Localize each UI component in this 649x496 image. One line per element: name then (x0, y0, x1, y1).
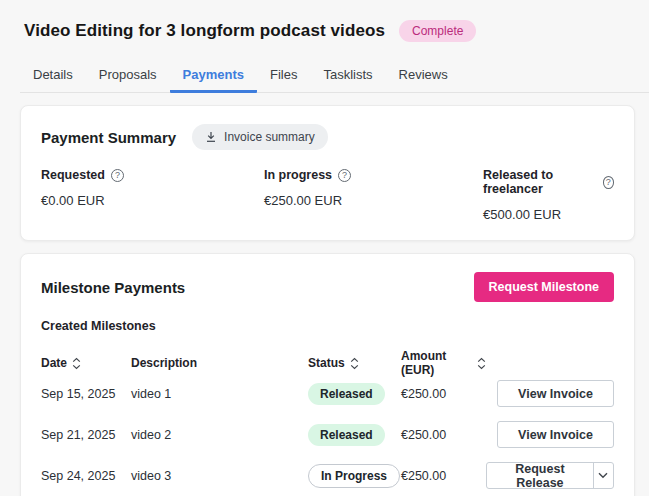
table-row: Sep 24, 2025 video 3 In Progress €250.00… (41, 455, 614, 496)
milestone-description: video 3 (131, 469, 308, 483)
request-release-split-button: Request Release (486, 462, 614, 489)
milestone-date: Sep 15, 2025 (41, 387, 131, 401)
table-row: Sep 15, 2025 video 1 Released €250.00 Vi… (41, 373, 614, 414)
created-milestones-label: Created Milestones (41, 319, 614, 333)
milestone-date: Sep 24, 2025 (41, 469, 131, 483)
payment-summary-title: Payment Summary (41, 129, 176, 146)
tab-payments[interactable]: Payments (170, 58, 257, 93)
tab-tasklists[interactable]: Tasklists (310, 58, 385, 93)
released-value: €500.00 EUR (483, 207, 614, 222)
tab-bar: Details Proposals Payments Files Tasklis… (20, 58, 649, 93)
status-badge-released: Released (308, 383, 385, 405)
milestone-description: video 1 (131, 387, 308, 401)
stat-requested: Requested ? €0.00 EUR (41, 168, 264, 222)
sort-icon[interactable] (72, 357, 81, 370)
invoice-summary-label: Invoice summary (224, 130, 315, 144)
payment-summary-card: Payment Summary Invoice summary Requeste… (20, 105, 635, 241)
download-icon (205, 131, 217, 143)
tab-details[interactable]: Details (20, 58, 86, 93)
in-progress-label: In progress (264, 168, 332, 182)
project-header: Video Editing for 3 longform podcast vid… (24, 20, 625, 42)
request-release-button[interactable]: Request Release (487, 463, 593, 488)
tab-proposals[interactable]: Proposals (86, 58, 170, 93)
sort-icon[interactable] (477, 357, 486, 370)
requested-value: €0.00 EUR (41, 193, 264, 208)
invoice-summary-button[interactable]: Invoice summary (192, 124, 328, 150)
help-icon[interactable]: ? (603, 176, 614, 189)
status-badge-released: Released (308, 424, 385, 446)
table-header-row: Date Description Status Amount (EUR) (41, 349, 614, 373)
milestone-amount: €250.00 (401, 387, 486, 401)
help-icon[interactable]: ? (338, 169, 351, 182)
sort-icon[interactable] (350, 357, 359, 370)
milestone-date: Sep 21, 2025 (41, 428, 131, 442)
view-invoice-button[interactable]: View Invoice (497, 380, 614, 407)
table-row: Sep 21, 2025 video 2 Released €250.00 Vi… (41, 414, 614, 455)
column-header-description: Description (131, 356, 308, 370)
tab-reviews[interactable]: Reviews (386, 58, 461, 93)
stat-in-progress: In progress ? €250.00 EUR (264, 168, 483, 222)
milestones-table: Date Description Status Amount (EUR) (41, 349, 614, 496)
milestone-payments-card: Milestone Payments Request Milestone Cre… (20, 253, 635, 496)
released-label: Released to freelancer (483, 168, 597, 196)
requested-label: Requested (41, 168, 105, 182)
column-header-amount[interactable]: Amount (EUR) (401, 349, 486, 377)
request-milestone-button[interactable]: Request Milestone (474, 272, 614, 302)
milestone-payments-title: Milestone Payments (41, 279, 185, 296)
status-badge-in-progress: In Progress (308, 464, 400, 488)
tab-files[interactable]: Files (257, 58, 310, 93)
page-title: Video Editing for 3 longform podcast vid… (24, 21, 385, 41)
status-badge: Complete (399, 20, 476, 42)
milestone-description: video 2 (131, 428, 308, 442)
in-progress-value: €250.00 EUR (264, 193, 483, 208)
column-header-date[interactable]: Date (41, 356, 131, 370)
chevron-down-icon[interactable] (593, 463, 613, 488)
help-icon[interactable]: ? (111, 169, 124, 182)
stat-released: Released to freelancer ? €500.00 EUR (483, 168, 614, 222)
column-header-status[interactable]: Status (308, 356, 401, 370)
milestone-amount: €250.00 (401, 428, 486, 442)
view-invoice-button[interactable]: View Invoice (497, 421, 614, 448)
milestone-amount: €250.00 (401, 469, 486, 483)
